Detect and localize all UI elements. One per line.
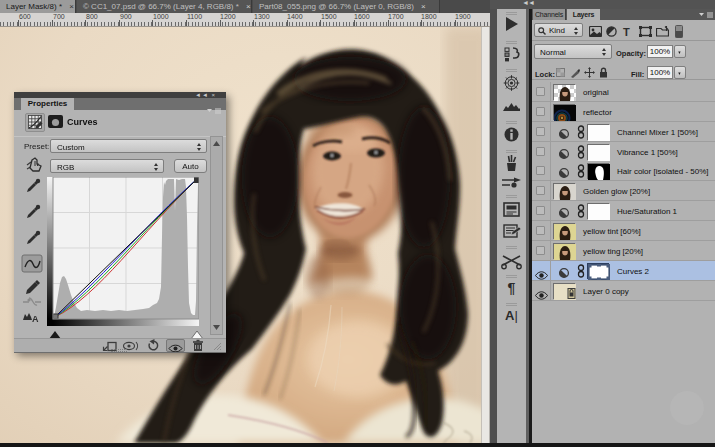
svg-text:A: A — [32, 314, 39, 324]
